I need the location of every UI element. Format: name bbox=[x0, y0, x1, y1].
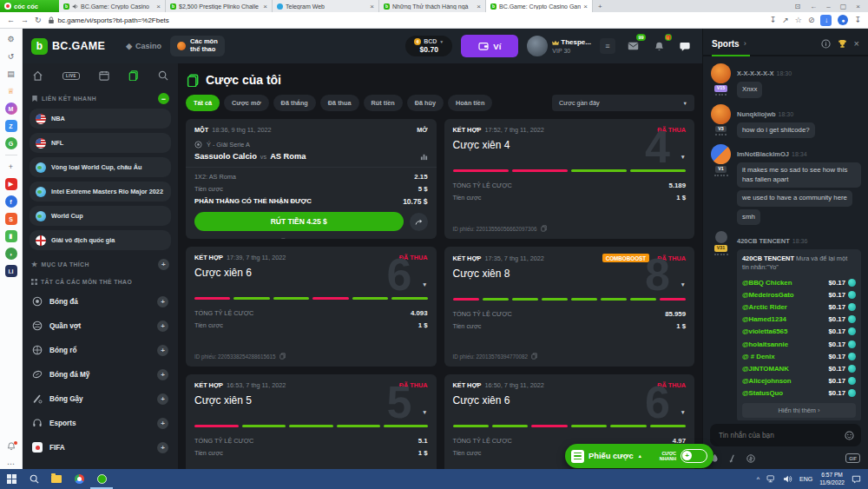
browser-tab-2[interactable]: b $2,500 Prestige Plinko Challe × bbox=[166, 0, 273, 12]
tip-recipient-name[interactable]: @StatusQuo bbox=[742, 389, 828, 397]
filter-all[interactable]: Tất cả bbox=[186, 95, 220, 111]
url-field[interactable]: bc.game/vi/sports?bt-path=%2Fbets bbox=[48, 17, 764, 24]
crown-icon[interactable]: ♕ bbox=[5, 85, 17, 97]
copy-icon[interactable] bbox=[531, 353, 537, 360]
search-icon[interactable] bbox=[158, 70, 168, 81]
tray-expand-icon[interactable]: ^ bbox=[757, 476, 760, 482]
share-bet-button[interactable] bbox=[410, 213, 428, 231]
forward-button[interactable]: → bbox=[21, 16, 29, 24]
settings-gear-icon[interactable]: ⚙ bbox=[5, 33, 17, 45]
filter-open[interactable]: Cược mở bbox=[224, 95, 269, 111]
filter-refund[interactable]: Hoàn tiền bbox=[448, 95, 492, 111]
tab-back-icon[interactable]: ← bbox=[810, 3, 817, 10]
chat-username[interactable]: Nunqkliojwb bbox=[737, 110, 776, 118]
avatar[interactable] bbox=[715, 231, 727, 243]
chat-toggle-button[interactable] bbox=[676, 37, 694, 55]
tab-close-icon[interactable]: × bbox=[370, 3, 374, 10]
chat-close-icon[interactable]: × bbox=[854, 38, 859, 49]
avatar[interactable] bbox=[711, 104, 731, 124]
expand-caret-icon[interactable]: ▼ bbox=[681, 281, 686, 287]
adblock-icon[interactable]: ⊘ bbox=[808, 16, 815, 24]
browser-tab-3[interactable]: Telegram Web × bbox=[273, 0, 379, 12]
quick-link-world-cup[interactable]: World Cup bbox=[30, 206, 171, 226]
expand-plus-button[interactable]: + bbox=[157, 296, 168, 307]
expand-caret-icon[interactable]: ▼ bbox=[681, 154, 686, 160]
chat-room-label[interactable]: Sports bbox=[712, 39, 740, 49]
avatar[interactable] bbox=[711, 63, 731, 83]
quick-link-national-league[interactable]: Giải vô địch quốc gia bbox=[30, 230, 171, 250]
bookmark-star-icon[interactable]: ☆ bbox=[795, 16, 802, 24]
chat-username[interactable]: X-X-X-X-X-X bbox=[737, 69, 774, 77]
start-button[interactable] bbox=[0, 469, 23, 489]
downloader-button[interactable]: ↓ bbox=[820, 15, 832, 26]
history-icon[interactable]: ↺ bbox=[5, 50, 17, 63]
tip-recipient-name[interactable]: @violetta6565 bbox=[742, 327, 828, 335]
tab-close-icon[interactable]: × bbox=[263, 3, 267, 10]
sport-item-tennis[interactable]: Quần vợt+ bbox=[30, 314, 171, 338]
tip-recipient-name[interactable]: @Arctic Rider bbox=[742, 303, 828, 311]
my-bets-icon[interactable] bbox=[128, 70, 139, 81]
copy-icon[interactable] bbox=[541, 225, 547, 232]
reload-button[interactable]: ↻ bbox=[35, 16, 42, 24]
expand-caret-icon[interactable]: ▼ bbox=[422, 281, 427, 287]
chat-message-input[interactable] bbox=[717, 430, 845, 440]
sort-dropdown[interactable]: Cược gần đây ▼ bbox=[552, 95, 694, 111]
tip-recipient-name[interactable]: @MedeirosGato bbox=[742, 291, 828, 299]
save-page-icon[interactable]: ↧ bbox=[770, 16, 777, 24]
tip-recipient-name[interactable]: @holaitsannie bbox=[742, 340, 828, 348]
expand-caret-icon[interactable]: ▼ bbox=[681, 409, 686, 415]
sport-item-basketball[interactable]: Bóng rổ+ bbox=[30, 338, 171, 362]
bets-menu-button[interactable]: ≡ bbox=[600, 38, 615, 54]
taskbar-search-icon[interactable] bbox=[23, 469, 45, 489]
wallet-button[interactable]: Ví bbox=[461, 35, 518, 57]
currency-selector[interactable]: ¢ BCD ▼ $0.70 bbox=[405, 36, 452, 57]
window-minimize-button[interactable]: – bbox=[826, 3, 830, 10]
avatar[interactable] bbox=[711, 144, 731, 164]
window-close-button[interactable]: × bbox=[856, 3, 860, 10]
notification-bell-icon[interactable] bbox=[7, 442, 16, 451]
quick-bet-toggle[interactable]: + bbox=[681, 449, 707, 463]
back-button[interactable]: ← bbox=[7, 16, 15, 24]
volume-icon[interactable] bbox=[783, 475, 792, 483]
chevron-right-icon[interactable]: › bbox=[744, 39, 746, 48]
expand-caret-icon[interactable]: ▼ bbox=[422, 409, 427, 415]
browser-tab-1[interactable]: b BC.Game: Crypto Casino × bbox=[59, 0, 166, 12]
calendar-icon[interactable] bbox=[99, 70, 109, 81]
nav-casino[interactable]: ◆ Casino bbox=[126, 42, 161, 50]
tip-recipient-name[interactable]: @Hamed1234 bbox=[742, 315, 828, 323]
coin-tip-icon[interactable] bbox=[746, 454, 755, 463]
filter-cancelled[interactable]: Đã hủy bbox=[407, 95, 444, 111]
tab-search-icon[interactable]: ⊡ bbox=[795, 3, 801, 10]
filter-lost[interactable]: Đã thua bbox=[320, 95, 359, 111]
sport-item-fifa[interactable]: FIFA+ bbox=[30, 435, 171, 459]
tab-close-icon[interactable]: × bbox=[156, 3, 161, 10]
expand-plus-button[interactable]: + bbox=[157, 418, 168, 429]
tab-close-icon[interactable]: × bbox=[583, 3, 588, 10]
expand-plus-button[interactable]: + bbox=[157, 393, 168, 405]
trophy-icon[interactable] bbox=[838, 39, 847, 49]
language-indicator[interactable]: ENG bbox=[799, 476, 812, 482]
window-maximize-button[interactable]: ▢ bbox=[840, 3, 847, 10]
action-center-icon[interactable] bbox=[852, 475, 861, 484]
tip-recipient-name[interactable]: @BBQ Chicken bbox=[742, 279, 828, 287]
collapse-button[interactable]: − bbox=[158, 93, 169, 104]
chat-username[interactable]: 420CB TENCENT bbox=[737, 237, 790, 245]
mail-button[interactable]: 99 bbox=[624, 37, 641, 55]
share-icon[interactable]: ↗ bbox=[782, 16, 789, 24]
commands-icon[interactable] bbox=[728, 454, 737, 463]
sport-item-esports[interactable]: Esports+ bbox=[30, 411, 171, 435]
browser-tab-4[interactable]: b Những Thử thách Hàng ngà × bbox=[379, 0, 486, 12]
chat-rules-info-icon[interactable] bbox=[821, 39, 831, 49]
coccoc-taskbar-icon[interactable] bbox=[90, 469, 113, 489]
copy-icon[interactable] bbox=[279, 353, 286, 360]
expand-plus-button[interactable]: + bbox=[157, 369, 168, 380]
taskbar-clock[interactable]: 6:57 PM 11/9/2022 bbox=[819, 472, 845, 486]
tab-close-icon[interactable]: × bbox=[477, 3, 481, 10]
nav-sports-active[interactable]: Các môn thể thao bbox=[170, 36, 225, 56]
betslip-button[interactable]: Phiếu cược ▲ CƯỢC NHANH + bbox=[565, 444, 713, 468]
chrome-icon[interactable] bbox=[68, 469, 90, 489]
emoji-icon[interactable] bbox=[845, 431, 854, 440]
bcgame-logo[interactable]: b BC.GAME bbox=[31, 38, 105, 55]
chat-username[interactable]: ImNotBlackImOJ bbox=[737, 150, 789, 158]
more-icon[interactable]: ⋯ bbox=[5, 458, 17, 470]
